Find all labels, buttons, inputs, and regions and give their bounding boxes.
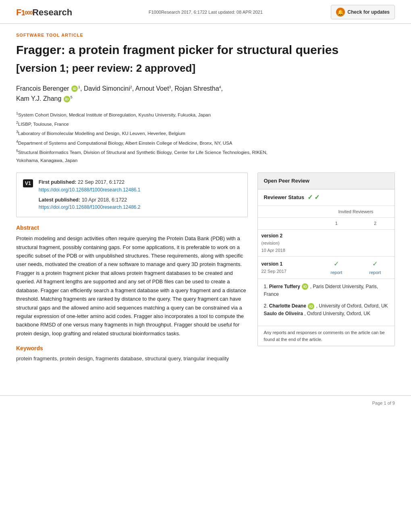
check-updates-label: Check for updates <box>347 9 390 15</box>
affiliation-2: 2LISBP, Toulouse, France <box>16 120 395 128</box>
affiliations: 1System Cohort Division, Medical Institu… <box>16 110 395 164</box>
reviewer-status-checks: ✓ ✓ <box>307 193 320 202</box>
latest-published-label: Latest published: <box>39 197 80 203</box>
article-type: SOFTWARE TOOL ARTICLE <box>16 32 395 39</box>
version-box: V1 First published: 22 Sep 2017, 6:1722 … <box>16 172 248 217</box>
peer-review-header: Open Peer Review <box>258 173 394 189</box>
empty-header <box>258 218 317 230</box>
affiliation-4: 4Department of Systems and Computational… <box>16 139 395 147</box>
abstract-text: Protein modeling and design activities o… <box>16 234 248 338</box>
v1-check2: ✓ <box>372 260 378 267</box>
check-for-updates-button[interactable]: 🔔 Check for updates <box>331 5 395 19</box>
article-title: Fragger: a protein fragment picker for s… <box>16 43 395 57</box>
version2-col1 <box>317 229 356 256</box>
version2-sub: (revision) <box>261 241 279 245</box>
first-doi-link[interactable]: https://doi.org/10.12688/f1000research.1… <box>39 187 141 193</box>
v1-report2-link[interactable]: report <box>369 270 381 275</box>
author3-sup: 3 <box>169 85 171 89</box>
author1-sup: 1 <box>78 85 80 89</box>
article-subtitle: [version 1; peer review: 2 approved] <box>16 60 395 76</box>
version-badge: V1 <box>23 179 35 187</box>
affiliation-3: 3Laboratory of Biomolecular Modelling an… <box>16 129 395 137</box>
latest-published-date: 10 Apr 2018, 6:1722 <box>82 197 127 203</box>
author2-sup: 2 <box>130 85 132 89</box>
author1-orcid-icon: iD <box>71 85 78 92</box>
keywords-title: Keywords <box>16 344 248 353</box>
invited-header <box>258 206 317 218</box>
version2-col2 <box>356 229 394 256</box>
authors: Francois Berenger iD1, David Simoncini2,… <box>16 83 395 104</box>
version2-date: 10 Apr 2018 <box>261 248 285 253</box>
logo-f1000: F1000 <box>16 6 32 19</box>
version-info: First published: 22 Sep 2017, 6:1722 htt… <box>39 179 141 211</box>
page: F1000Research F1000Research 2017, 6:1722… <box>0 0 411 532</box>
reviewer-status-label: Reviewer Status <box>264 193 304 202</box>
version1-col1: ✓ report <box>317 256 356 278</box>
header-meta: F1000Research 2017, 6:1722 Last updated:… <box>72 9 331 16</box>
reviewer-status-row: Reviewer Status ✓ ✓ <box>258 189 394 206</box>
footer: Page 1 of 9 <box>0 395 411 411</box>
reviewer1-orcid-icon: iD <box>302 283 308 290</box>
first-published-row: First published: 22 Sep 2017, 6:1722 htt… <box>39 179 141 194</box>
version-row: V1 First published: 22 Sep 2017, 6:1722 … <box>23 179 241 211</box>
reviewer1-number: 1. <box>264 284 269 289</box>
latest-published-row: Latest published: 10 Apr 2018, 6:1722 ht… <box>39 196 141 212</box>
keywords-text: protein fragments, protein design, fragm… <box>16 355 248 363</box>
version1-date: 22 Sep 2017 <box>261 269 286 274</box>
v1-report1-link[interactable]: report <box>331 270 342 275</box>
logo: F1000Research <box>16 6 72 19</box>
affiliation-5: 5Structural Bioinformatics Team, Divisio… <box>16 148 395 164</box>
abstract-title: Abstract <box>16 224 248 232</box>
updates-icon: 🔔 <box>336 8 345 17</box>
version1-label: version 1 22 Sep 2017 <box>258 256 317 278</box>
invited-label-header: Invited Reviewers <box>317 206 394 218</box>
reviewer-col2: 2 <box>356 218 394 230</box>
col-left: V1 First published: 22 Sep 2017, 6:1722 … <box>16 172 248 363</box>
author5-sup: 5 <box>71 95 73 99</box>
page-number: Page 1 of 9 <box>372 401 395 405</box>
reviewer2-affil: , University of Oxford, Oxford, UK <box>316 303 388 309</box>
reviewer-2: 2. Charlotte Deane iD , University of Ox… <box>264 302 389 318</box>
author5-orcid-icon: iD <box>64 96 70 102</box>
col-right: Open Peer Review Reviewer Status ✓ ✓ Inv… <box>257 172 395 346</box>
affiliation-1: 1System Cohort Division, Medical Institu… <box>16 110 395 119</box>
reviewer1-name: Pierre Tuffery <box>269 284 300 289</box>
reviewer2-orcid-icon: iD <box>308 303 314 310</box>
author1-name: Francois Berenger <box>16 85 69 92</box>
reviewer2-name: Charlotte Deane <box>269 303 306 309</box>
logo-research: Research <box>32 6 72 19</box>
first-published-date: 22 Sep 2017, 6:1722 <box>78 179 125 185</box>
latest-doi-link[interactable]: https://doi.org/10.12688/f1000research.1… <box>39 204 141 210</box>
reviewer2-sub-affil: , Oxford University, Oxford, UK <box>304 311 370 316</box>
header: F1000Research F1000Research 2017, 6:1722… <box>0 0 411 24</box>
author4-sup: 4 <box>219 85 221 89</box>
main-content: SOFTWARE TOOL ARTICLE Fragger: a protein… <box>0 24 411 379</box>
first-published-label: First published: <box>39 179 77 185</box>
reviewer2-number: 2. <box>264 303 269 309</box>
version2-row: version 2 (revision) 10 Apr 2018 <box>258 229 394 256</box>
reviewer-1: 1. Pierre Tuffery iD , Paris Diderot Uni… <box>264 283 389 298</box>
reviewer-col1: 1 <box>317 218 356 230</box>
version2-label: version 2 (revision) 10 Apr 2018 <box>258 229 317 256</box>
v1-badge: V1 <box>23 179 33 187</box>
v1-check1: ✓ <box>334 260 339 267</box>
version1-row: version 1 22 Sep 2017 ✓ report ✓ report <box>258 256 394 278</box>
reviewer-list: 1. Pierre Tuffery iD , Paris Diderot Uni… <box>258 279 394 326</box>
reviewer2-sub-name: Saulo de Oliveira <box>264 311 303 316</box>
two-col-layout: V1 First published: 22 Sep 2017, 6:1722 … <box>16 172 395 363</box>
version1-col2: ✓ report <box>356 256 394 278</box>
reviewer-table: Invited Reviewers 1 2 version 2 (rev <box>258 206 394 279</box>
comments-note: Any reports and responses or comments on… <box>258 326 394 346</box>
